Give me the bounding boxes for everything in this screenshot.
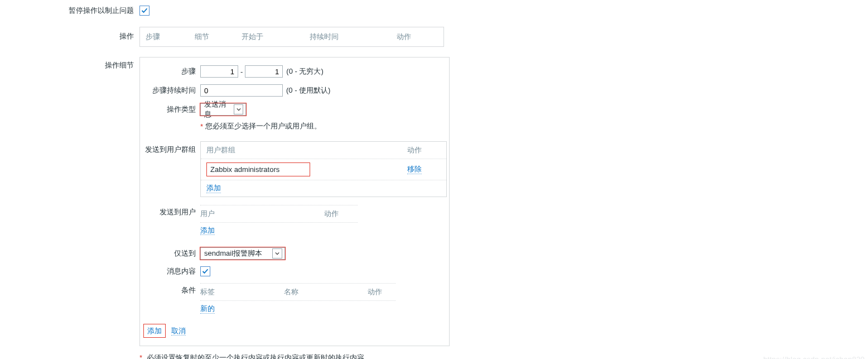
cond-col-name: 名称 bbox=[284, 287, 368, 297]
only-send-value: sendmail报警脚本 bbox=[204, 248, 272, 259]
user-col-action-header: 动作 bbox=[324, 209, 358, 219]
required-asterisk: * bbox=[200, 122, 203, 131]
op-detail-label: 操作细节 bbox=[0, 57, 139, 70]
conditions-table: 标签 名称 动作 新的 bbox=[200, 283, 396, 317]
step-duration-input[interactable] bbox=[200, 84, 283, 97]
operations-table-header: 步骤 细节 开始于 持续时间 动作 bbox=[139, 27, 444, 47]
chevron-down-icon bbox=[272, 248, 282, 259]
pause-label: 暂停操作以制止问题 bbox=[0, 6, 139, 16]
only-send-label: 仅送到 bbox=[140, 248, 200, 259]
footnote-text: 必须设置恢复时的至少一个执行内容或执行内容或更新时的执行内容。 bbox=[147, 353, 372, 359]
group-row-name: Zabbix administrators bbox=[206, 162, 310, 176]
detail-add-link[interactable]: 添加 bbox=[143, 324, 166, 338]
required-msg: 您必须至少选择一个用户或用户组。 bbox=[205, 121, 321, 131]
step-dash: - bbox=[240, 68, 243, 76]
user-col-header: 用户 bbox=[200, 209, 324, 219]
msg-content-label: 消息内容 bbox=[140, 266, 200, 276]
send-user-label: 发送到用户 bbox=[140, 205, 200, 217]
step-from-input[interactable] bbox=[200, 65, 238, 78]
pause-checkbox[interactable] bbox=[139, 6, 150, 16]
group-col-header: 用户群组 bbox=[206, 145, 407, 155]
detail-cancel-link[interactable]: 取消 bbox=[171, 327, 186, 336]
group-col-action-header: 动作 bbox=[407, 145, 441, 155]
send-group-label: 发送到用户群组 bbox=[140, 141, 200, 155]
step-duration-label: 步骤持续时间 bbox=[140, 85, 200, 95]
ops-col-start: 开始于 bbox=[242, 32, 310, 42]
send-user-table: 用户 动作 添加 bbox=[200, 205, 358, 239]
group-add-link[interactable]: 添加 bbox=[206, 184, 221, 193]
op-type-label: 操作类型 bbox=[140, 104, 200, 114]
user-add-link[interactable]: 添加 bbox=[200, 226, 215, 236]
step-hint: (0 - 无穷大) bbox=[286, 66, 323, 76]
only-send-select[interactable]: sendmail报警脚本 bbox=[200, 247, 285, 260]
group-remove-link[interactable]: 移除 bbox=[407, 165, 422, 174]
ops-col-action: 动作 bbox=[397, 32, 443, 42]
chevron-down-icon bbox=[234, 104, 243, 114]
check-icon bbox=[202, 268, 209, 275]
conditions-label: 条件 bbox=[140, 283, 200, 295]
step-duration-hint: (0 - 使用默认) bbox=[286, 85, 330, 95]
check-icon bbox=[141, 7, 148, 14]
op-type-select[interactable]: 发送消息 bbox=[200, 103, 246, 116]
step-label: 步骤 bbox=[140, 66, 200, 76]
operations-label: 操作 bbox=[0, 27, 139, 41]
step-to-input[interactable] bbox=[245, 65, 283, 78]
ops-col-detail: 细节 bbox=[195, 32, 242, 42]
conditions-new-link[interactable]: 新的 bbox=[200, 304, 215, 314]
ops-col-duration: 持续时间 bbox=[310, 32, 397, 42]
cond-col-label: 标签 bbox=[200, 287, 284, 297]
cond-col-action: 动作 bbox=[368, 287, 396, 297]
op-type-value: 发送消息 bbox=[204, 99, 234, 119]
msg-content-checkbox[interactable] bbox=[200, 266, 210, 276]
footnote-asterisk: * bbox=[139, 353, 142, 359]
send-group-table: 用户群组 动作 Zabbix administrators 移除 添加 bbox=[200, 141, 447, 197]
watermark: https://blog.csdn.net/ichen820 bbox=[763, 355, 865, 359]
op-detail-box: 步骤 - (0 - 无穷大) 步骤持续时间 (0 - 使用默认) 操作类型 发送… bbox=[139, 57, 450, 346]
ops-col-step: 步骤 bbox=[140, 32, 195, 42]
